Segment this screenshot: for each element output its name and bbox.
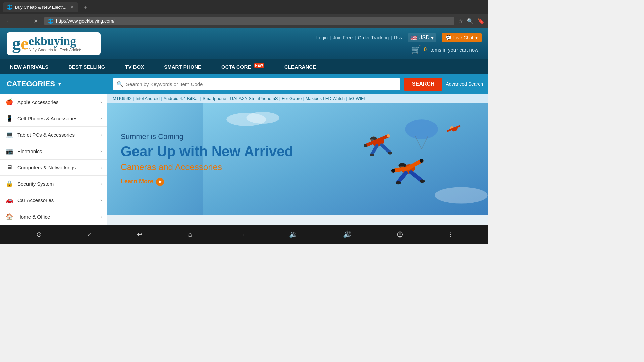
arrow-icon: ›	[100, 181, 102, 186]
volume-down-button[interactable]: 🔉	[284, 228, 303, 241]
svg-point-10	[387, 134, 390, 138]
live-chat-chevron-icon: ▾	[475, 35, 478, 40]
computer-icon: 🖥	[5, 164, 13, 171]
svg-point-22	[420, 159, 424, 163]
volume-up-button[interactable]: 🔊	[338, 228, 357, 241]
categories-header[interactable]: CATEGORIES ▾	[0, 74, 107, 94]
svg-point-14	[388, 152, 392, 155]
keyword-mtk6592[interactable]: MTK6592	[113, 96, 131, 101]
chat-icon: 💬	[446, 35, 451, 40]
url-bar[interactable]: 🌐 http://www.geekbuying.com/	[44, 17, 454, 25]
advanced-search-link[interactable]: Advanced Search	[446, 81, 483, 87]
tab-close-button[interactable]: ✕	[70, 4, 74, 10]
svg-point-1	[405, 119, 438, 139]
sidebar-item-apple[interactable]: 🍎 Apple Accessories ›	[0, 94, 107, 110]
sidebar-item-tablet[interactable]: 💻 Tablet PCs & Accessories ›	[0, 127, 107, 143]
banner-description: Cameras and Accessories	[121, 162, 293, 172]
svg-point-11	[364, 144, 367, 147]
logo-tagline: Nifty Gadgets for Tech Addicts	[29, 48, 83, 52]
rss-link[interactable]: Rss	[394, 35, 402, 40]
tab-title: Buy Cheap & New Electr...	[15, 5, 66, 10]
nav-smart-phone[interactable]: SMART PHONE	[154, 59, 211, 74]
keyword-gopro[interactable]: For Gopro	[282, 96, 302, 101]
sidebar-item-car[interactable]: 🚗 Car Accessories ›	[0, 192, 107, 208]
cat-label: Cell Phones & Accessories	[17, 116, 96, 121]
keyword-5g-wifi[interactable]: 5G WIFI	[348, 96, 365, 101]
search-box-icon: 🔍	[117, 81, 123, 87]
sidebar-item-electronics[interactable]: 📷 Electronics ›	[0, 143, 107, 160]
sidebar-item-computers[interactable]: 🖥 Computers & Networkings ›	[0, 160, 107, 176]
header-nav: Login | Join Free | Order Tracking | Rss…	[107, 33, 482, 54]
live-chat-button[interactable]: 💬 Live Chat ▾	[442, 33, 482, 42]
search-icon[interactable]: 🔍	[467, 18, 474, 24]
bookmarks-icon[interactable]: 🔖	[478, 18, 484, 24]
nav-best-selling[interactable]: BEST SELLING	[58, 59, 115, 74]
svg-point-27	[396, 181, 401, 185]
nav-clearance[interactable]: CLEARANCE	[274, 59, 326, 74]
keyword-makibes[interactable]: Makibes LED Watch	[306, 96, 345, 101]
cell-phone-icon: 📱	[5, 115, 13, 122]
active-tab[interactable]: 🌐 Buy Cheap & New Electr... ✕	[3, 2, 78, 12]
keyword-galaxy-s5[interactable]: GALAXY S5	[230, 96, 254, 101]
svg-point-15	[370, 154, 374, 156]
search-button[interactable]: SEARCH	[404, 78, 443, 90]
login-link[interactable]: Login	[316, 35, 328, 40]
screenshot-button[interactable]: ⊙	[31, 228, 47, 241]
power-button[interactable]: ⏻	[391, 228, 409, 241]
main-content: CATEGORIES ▾ 🍎 Apple Accessories › 📱 Cel…	[0, 74, 488, 225]
home-button[interactable]: ⌂	[183, 228, 198, 241]
logo[interactable]: ge ekbuying Nifty Gadgets for Tech Addic…	[7, 32, 101, 55]
sidebar-item-security[interactable]: 🔒 Security System ›	[0, 176, 107, 192]
keyword-android-kitkat[interactable]: Android 4.4 KitKat	[163, 96, 199, 101]
home-icon: 🏠	[5, 213, 13, 220]
arrow-icon: ›	[100, 197, 102, 203]
banner-cta-button[interactable]: Learn More ▶	[121, 178, 293, 186]
back-button[interactable]: ↩	[131, 228, 148, 241]
currency-label: USD	[418, 35, 430, 41]
logo-name: ekbuying	[29, 35, 83, 47]
cursor-icon: ↙	[82, 229, 97, 240]
new-badge: new	[254, 63, 264, 68]
nav-octa-core[interactable]: OCTA CORE new	[211, 59, 274, 74]
site-header: ge ekbuying Nifty Gadgets for Tech Addic…	[0, 28, 488, 74]
arrow-icon: ›	[100, 99, 102, 105]
nav-new-arrivals[interactable]: NEW ARRIVALS	[0, 59, 58, 74]
join-free-link[interactable]: Join Free	[333, 35, 353, 40]
android-nav-bar: ⊙ ↙ ↩ ⌂ ▭ 🔉 🔊 ⏻ ⫶	[0, 225, 488, 244]
order-tracking-link[interactable]: Order Tracking	[358, 35, 389, 40]
svg-point-23	[391, 169, 395, 173]
stop-button[interactable]: ✕	[31, 18, 40, 24]
car-icon: 🚗	[5, 196, 13, 204]
recents-button[interactable]: ▭	[232, 228, 249, 241]
cart-area[interactable]: 🛒 0 items in your cart now	[411, 45, 478, 54]
new-tab-button[interactable]: ＋	[80, 2, 91, 12]
cart-text: items in your cart now	[429, 47, 478, 53]
categories-chevron-icon: ▾	[58, 81, 61, 87]
browser-menu-button[interactable]: ⋮	[474, 2, 486, 12]
keyword-intel-android[interactable]: Intel Android	[136, 96, 160, 101]
sidebar-item-cell-phones[interactable]: 📱 Cell Phones & Accessories ›	[0, 110, 107, 127]
search-input[interactable]	[126, 81, 396, 87]
nav-bar: NEW ARRIVALS BEST SELLING TV BOX SMART P…	[0, 59, 488, 74]
keyword-smartphone[interactable]: Smartphone	[203, 96, 226, 101]
forward-button[interactable]: →	[17, 18, 27, 24]
svg-point-7	[370, 139, 374, 141]
sidebar-item-home[interactable]: 🏠 Home & Office ›	[0, 208, 107, 225]
cat-label: Electronics	[17, 148, 96, 154]
cat-label: Car Accessories	[17, 197, 96, 203]
search-area: 🔍 SEARCH Advanced Search	[107, 74, 488, 94]
live-chat-label: Live Chat	[453, 35, 473, 40]
logo-g: ge	[12, 35, 29, 52]
currency-chevron-icon: ▾	[431, 35, 434, 41]
tab-favicon: 🌐	[7, 4, 12, 10]
keyword-bar: MTK6592| Intel Android| Android 4.4 KitK…	[107, 94, 488, 103]
arrow-icon: ›	[100, 214, 102, 219]
cart-icon: 🛒	[411, 45, 421, 54]
back-button[interactable]: ←	[4, 18, 13, 24]
currency-selector[interactable]: 🇺🇸 USD ▾	[408, 33, 436, 42]
play-icon: ▶	[156, 178, 164, 186]
layers-button[interactable]: ⫶	[443, 228, 458, 241]
nav-tv-box[interactable]: TV BOX	[115, 59, 154, 74]
keyword-iphone5s[interactable]: iPhone 5S	[258, 96, 278, 101]
bookmark-icon[interactable]: ☆	[458, 18, 463, 24]
